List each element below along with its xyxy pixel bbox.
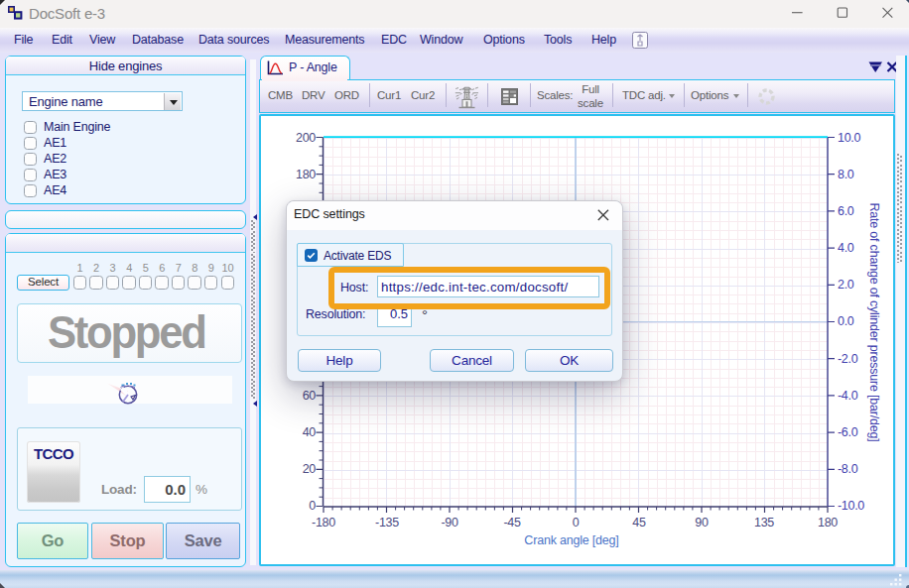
svg-text:180: 180 [818, 516, 838, 529]
svg-text:45: 45 [632, 516, 646, 529]
svg-text:Rate of change of cylinder pre: Rate of change of cylinder pressure [bar… [867, 202, 881, 441]
svg-text:6.0: 6.0 [838, 204, 854, 218]
svg-text:200: 200 [296, 131, 316, 145]
svg-text:180: 180 [296, 168, 316, 181]
svg-text:0: 0 [309, 499, 316, 513]
svg-text:Crank angle [deg]: Crank angle [deg] [524, 533, 618, 547]
svg-text:-2.0: -2.0 [838, 352, 858, 366]
svg-text:-10.0: -10.0 [838, 499, 864, 513]
svg-text:0: 0 [573, 516, 580, 529]
svg-text:2.0: 2.0 [838, 278, 854, 292]
svg-text:20: 20 [303, 462, 317, 476]
svg-text:0.0: 0.0 [838, 314, 854, 328]
svg-text:-4.0: -4.0 [838, 389, 858, 403]
svg-text:60: 60 [303, 389, 317, 403]
svg-text:-45: -45 [503, 516, 521, 529]
svg-text:-8.0: -8.0 [838, 462, 858, 476]
svg-text:4.0: 4.0 [838, 241, 854, 255]
svg-text:-90: -90 [441, 516, 458, 529]
svg-text:10.0: 10.0 [838, 131, 860, 145]
svg-text:-135: -135 [375, 516, 399, 529]
svg-text:8.0: 8.0 [838, 168, 854, 181]
svg-text:135: 135 [754, 516, 774, 529]
svg-text:90: 90 [695, 516, 709, 529]
svg-text:40: 40 [303, 425, 317, 439]
svg-text:-6.0: -6.0 [838, 425, 858, 439]
svg-text:-180: -180 [312, 516, 335, 529]
